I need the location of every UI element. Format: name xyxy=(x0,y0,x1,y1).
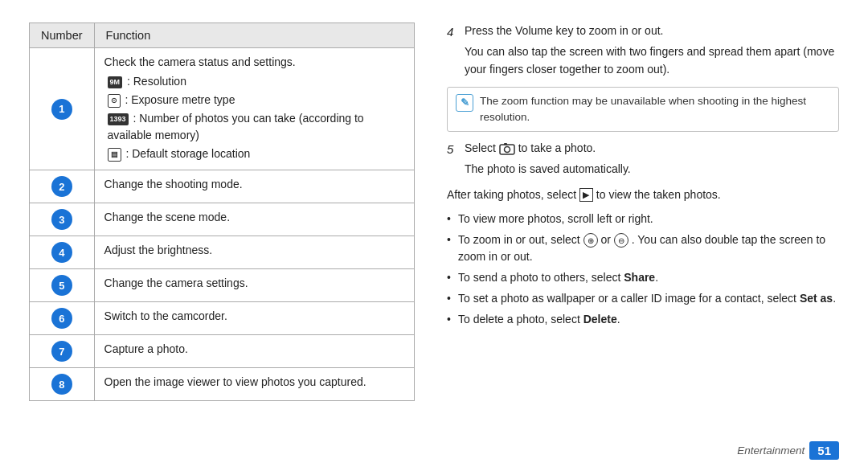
row-func-8: Open the image viewer to view photos you… xyxy=(94,368,414,401)
table-row: 3 Change the scene mode. xyxy=(30,203,415,236)
row-func-3: Change the scene mode. xyxy=(94,203,414,236)
circle-2: 2 xyxy=(51,176,72,197)
func-list-1: 9M : Resolution ⊙ : Exposure metre type … xyxy=(104,73,404,162)
step-5: 5 Select to take a photo. The photo is s… xyxy=(447,140,839,178)
row-func-5: Change the camera settings. xyxy=(94,269,414,302)
step-5-text: Select to take a photo. xyxy=(465,140,839,158)
col-function-header: Function xyxy=(94,23,414,48)
after-text: After taking photos, select ▶ to view th… xyxy=(447,186,839,204)
func-text-3: Change the scene mode. xyxy=(104,211,230,223)
num-icon: 1393 xyxy=(108,113,129,126)
zoom-in-icon: ⊕ xyxy=(583,233,598,248)
table-row: 2 Change the shooting mode. xyxy=(30,170,415,203)
footer-label: Entertainment xyxy=(737,444,805,457)
row-func-7: Capture a photo. xyxy=(94,335,414,368)
bullet-item: To send a photo to others, select Share. xyxy=(447,269,839,286)
step-4: 4 Press the Volume key to zoom in or out… xyxy=(447,23,839,79)
bullet-item: To set a photo as wallpaper or a caller … xyxy=(447,290,839,307)
func-text-5: Change the camera settings. xyxy=(104,276,248,289)
row-num-7: 7 xyxy=(30,335,95,368)
circle-3: 3 xyxy=(51,209,72,230)
note-box: ✎ The zoom function may be unavailable w… xyxy=(447,87,839,133)
circle-6: 6 xyxy=(51,308,72,329)
func-text-6: Switch to the camcorder. xyxy=(104,309,227,322)
bullet-item: To delete a photo, select Delete. xyxy=(447,311,839,328)
row-num-8: 8 xyxy=(30,368,95,401)
arrow-icon: ▶ xyxy=(579,188,593,202)
circle-1: 1 xyxy=(51,99,72,120)
func-text-4: Adjust the brightness. xyxy=(104,244,213,256)
row-num-4: 4 xyxy=(30,236,95,269)
row-func-2: Change the shooting mode. xyxy=(94,170,414,203)
step-4-sub: You can also tap the screen with two fin… xyxy=(447,43,839,78)
note-icon: ✎ xyxy=(456,94,473,112)
note-text: The zoom function may be unavailable whe… xyxy=(480,93,830,126)
step-4-text: Press the Volume key to zoom in or out. xyxy=(465,23,839,40)
table-row: 5 Change the camera settings. xyxy=(30,269,415,302)
res-icon: 9M xyxy=(108,76,123,89)
circle-4: 4 xyxy=(51,242,72,263)
row-num-6: 6 xyxy=(30,302,95,335)
right-column: 4 Press the Volume key to zoom in or out… xyxy=(447,23,839,455)
svg-rect-2 xyxy=(504,143,507,145)
func-text-8: Open the image viewer to view photos you… xyxy=(104,375,366,388)
table-row: 6 Switch to the camcorder. xyxy=(30,302,415,335)
func-text-1: Check the camera status and settings. xyxy=(104,55,296,68)
bullet-list: To view more photos, scroll left or righ… xyxy=(447,211,839,328)
table-row: 7 Capture a photo. xyxy=(30,335,415,368)
list-item: 1393 : Number of photos you can take (ac… xyxy=(108,110,404,144)
circle-8: 8 xyxy=(51,374,72,395)
func-text-7: Capture a photo. xyxy=(104,342,188,355)
row-func-1: Check the camera status and settings. 9M… xyxy=(94,48,414,170)
row-func-4: Adjust the brightness. xyxy=(94,236,414,269)
step-5-num: 5 xyxy=(447,140,460,158)
col-number-header: Number xyxy=(30,23,95,48)
step-5-header: 5 Select to take a photo. xyxy=(447,140,839,158)
step-4-header: 4 Press the Volume key to zoom in or out… xyxy=(447,23,839,41)
row-num-1: 1 xyxy=(30,48,95,170)
row-num-2: 2 xyxy=(30,170,95,203)
bullet-item: To view more photos, scroll left or righ… xyxy=(447,211,839,227)
step-4-num: 4 xyxy=(447,23,460,41)
footer-page: 51 xyxy=(809,441,839,460)
delete-label: Delete xyxy=(583,313,617,326)
footer: Entertainment 51 xyxy=(737,441,839,460)
table-row: 4 Adjust the brightness. xyxy=(30,236,415,269)
func-text-2: Change the shooting mode. xyxy=(104,178,243,190)
svg-point-1 xyxy=(504,147,510,153)
stor-icon: ▤ xyxy=(108,148,121,162)
circle-5: 5 xyxy=(51,275,72,296)
row-func-6: Switch to the camcorder. xyxy=(94,302,414,335)
row-num-5: 5 xyxy=(30,269,95,302)
row-num-3: 3 xyxy=(30,203,95,236)
bullet-item: To zoom in or out, select ⊕ or ⊖ . You c… xyxy=(447,231,839,265)
list-item: ⊙ : Exposure metre type xyxy=(108,92,404,109)
circle-7: 7 xyxy=(51,341,72,362)
share-label: Share xyxy=(624,271,655,284)
zoom-out-icon: ⊖ xyxy=(614,233,628,248)
setas-label: Set as xyxy=(800,292,833,305)
step-5-sub: The photo is saved automatically. xyxy=(447,161,839,178)
page-container: Number Function 1 Check the camera statu… xyxy=(0,0,868,471)
list-item: 9M : Resolution xyxy=(108,73,404,90)
exp-icon: ⊙ xyxy=(108,94,121,109)
table-row: 1 Check the camera status and settings. … xyxy=(30,48,415,170)
list-item: ▤ : Default storage location xyxy=(108,145,404,162)
table-row: 8 Open the image viewer to view photos y… xyxy=(30,368,415,401)
function-table: Number Function 1 Check the camera statu… xyxy=(29,23,415,401)
left-column: Number Function 1 Check the camera statu… xyxy=(29,23,415,455)
camera-icon xyxy=(499,142,515,155)
